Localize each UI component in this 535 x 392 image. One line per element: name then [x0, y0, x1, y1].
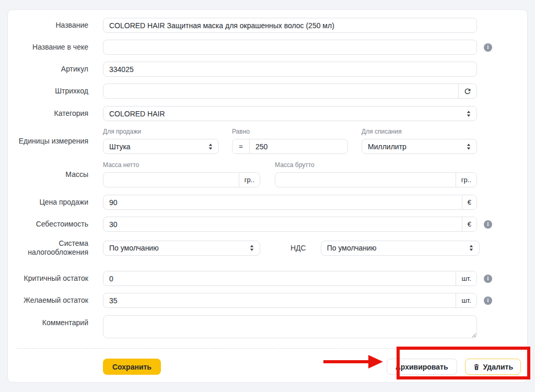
category-select[interactable]: COLORED HAIR — [103, 106, 477, 121]
info-icon[interactable]: i — [484, 275, 492, 283]
category-select-value: COLORED HAIR — [109, 110, 466, 118]
units-label: Единицы измерения — [8, 137, 88, 146]
delete-button[interactable]: Удалить — [465, 359, 521, 375]
unit-for-writeoff-value: Миллилитр — [368, 142, 466, 151]
unit-ratio-input[interactable] — [250, 139, 347, 153]
vat-label: НДС — [290, 244, 306, 253]
vat-select[interactable]: По умолчанию — [321, 241, 480, 256]
mass-net-unit: гр.. — [239, 173, 260, 187]
barcode-input[interactable] — [103, 84, 458, 98]
info-icon[interactable]: i — [484, 296, 492, 305]
mass-gross-unit: гр.. — [456, 173, 476, 187]
product-form-card: Название Название в чеке i Артикул Штрих… — [7, 9, 528, 383]
category-label: Категория — [8, 109, 88, 118]
tax-system-value: По умолчанию — [109, 244, 249, 252]
price-label: Цена продажи — [8, 198, 88, 207]
trash-icon — [473, 363, 480, 371]
select-arrows-icon — [249, 244, 254, 252]
row-price: Цена продажи € — [8, 195, 527, 210]
footer-actions: Сохранить Архивировать Удалить — [8, 359, 527, 375]
info-icon[interactable]: i — [484, 43, 492, 52]
cost-label: Себестоимость — [8, 220, 88, 229]
desired-stock-label: Желаемый остаток — [8, 296, 88, 305]
units-for-sale-sublabel: Для продажи — [103, 128, 219, 136]
info-icon[interactable]: i — [484, 220, 492, 229]
critical-stock-unit: шт. — [456, 271, 476, 286]
barcode-label: Штрихкод — [8, 87, 88, 96]
mass-gross-input[interactable] — [275, 173, 456, 187]
units-equals-sublabel: Равно — [232, 128, 348, 136]
mass-gross-sublabel: Масса брутто — [275, 161, 477, 169]
sku-input[interactable] — [103, 62, 477, 77]
comment-label: Комментарий — [8, 318, 88, 327]
select-arrows-icon — [466, 143, 471, 150]
row-category: Категория COLORED HAIR — [8, 106, 527, 121]
row-sku: Артикул — [8, 62, 527, 77]
cost-input[interactable] — [103, 217, 462, 231]
select-arrows-icon — [208, 143, 213, 150]
select-arrows-icon — [469, 244, 474, 252]
row-masses: Массы Масса нетто гр.. Масса брутто гр.. — [8, 161, 527, 187]
name-input[interactable] — [103, 18, 477, 33]
price-currency: € — [462, 195, 476, 209]
sku-label: Артикул — [8, 65, 88, 74]
desired-stock-input[interactable] — [103, 293, 456, 307]
row-desired-stock: Желаемый остаток шт. i — [8, 293, 527, 308]
footer-divider — [16, 348, 519, 349]
row-name: Название — [8, 18, 527, 33]
unit-for-sale-value: Штука — [109, 142, 208, 151]
archive-button[interactable]: Архивировать — [387, 359, 457, 375]
delete-button-label: Удалить — [483, 363, 513, 371]
cost-currency: € — [462, 217, 476, 231]
critical-stock-input[interactable] — [103, 271, 456, 286]
equals-sign: = — [232, 139, 250, 153]
barcode-generate-button[interactable] — [458, 84, 476, 98]
row-tax: Система налогообложения По умолчанию НДС… — [8, 239, 527, 257]
select-arrows-icon — [466, 110, 471, 117]
comment-textarea[interactable] — [103, 315, 477, 338]
tax-system-label: Система налогообложения — [8, 239, 88, 257]
unit-for-writeoff-select[interactable]: Миллилитр — [362, 139, 477, 154]
tax-system-select[interactable]: По умолчанию — [103, 241, 260, 256]
receipt-name-label: Название в чеке — [8, 43, 88, 52]
row-barcode: Штрихкод — [8, 84, 527, 99]
unit-for-sale-select[interactable]: Штука — [103, 139, 219, 154]
mass-net-input[interactable] — [103, 173, 239, 187]
row-comment: Комментарий — [8, 315, 527, 338]
row-units: Единицы измерения Для продажи Штука Равн… — [8, 128, 527, 154]
units-for-writeoff-sublabel: Для списания — [362, 128, 477, 136]
row-critical-stock: Критичный остаток шт. i — [8, 271, 527, 286]
row-cost: Себестоимость € i — [8, 217, 527, 232]
name-label: Название — [8, 21, 88, 30]
price-input[interactable] — [103, 195, 462, 209]
refresh-icon — [463, 87, 472, 96]
desired-stock-unit: шт. — [456, 293, 476, 307]
masses-label: Массы — [8, 170, 88, 179]
receipt-name-input[interactable] — [103, 40, 477, 55]
critical-stock-label: Критичный остаток — [8, 274, 88, 283]
row-receipt-name: Название в чеке i — [8, 40, 527, 55]
save-button[interactable]: Сохранить — [103, 359, 161, 375]
mass-net-sublabel: Масса нетто — [103, 161, 260, 169]
vat-value: По умолчанию — [327, 244, 469, 252]
